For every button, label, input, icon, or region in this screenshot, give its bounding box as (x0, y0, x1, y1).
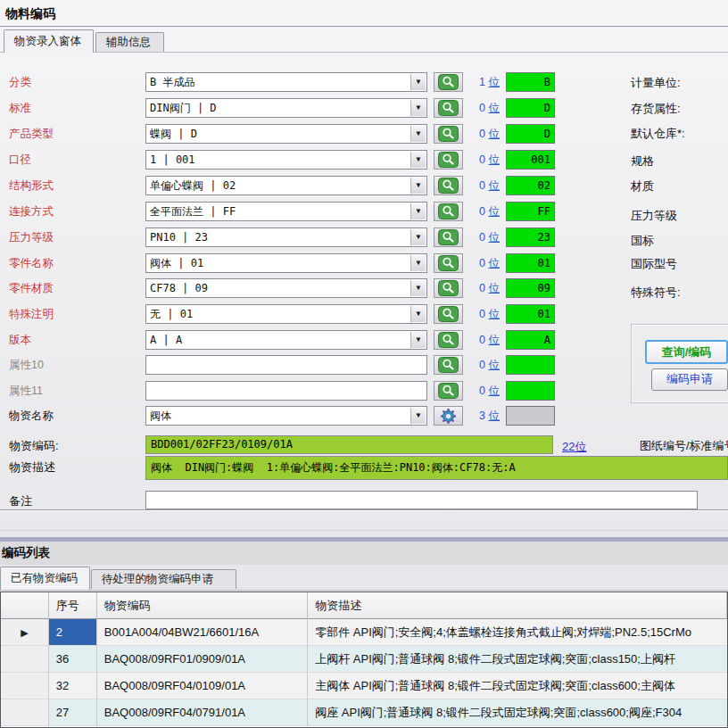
digit-count-12: 0 位 (457, 358, 500, 373)
cell-code[interactable]: BAQ008/09RF04/0791/01A (97, 699, 308, 726)
field-input-8[interactable]: 阀体 | 01▼ (145, 253, 427, 273)
cell-seq[interactable]: 36 (49, 646, 97, 673)
table-row-1[interactable]: ▶2B001A004/04BW21/6601/16A零部件 API阀门;安全阀;… (1, 619, 727, 646)
dropdown-arrow-icon[interactable]: ▼ (410, 408, 426, 424)
table-row-4[interactable]: 27BAQ008/09RF04/0791/01A阀座 API阀门;普通球阀 8;… (1, 699, 727, 726)
right-label-5: 材质 (631, 178, 654, 194)
field-input-3[interactable]: 蝶阀 | D▼ (145, 124, 427, 144)
cell-desc[interactable]: 主阀体 API阀门;普通球阀 8;锻件二段式固定球阀;突面;class600;主… (308, 673, 727, 699)
dropdown-arrow-icon[interactable]: ▼ (410, 280, 426, 296)
page-title: 物料编码 (5, 6, 55, 22)
magnifier-icon (438, 100, 459, 116)
code-list-title: 编码列表 (2, 545, 50, 561)
field-input-2[interactable]: DIN阀门 | D▼ (145, 98, 427, 118)
digit-count-number: 0 (479, 179, 488, 192)
field-label-7: 压力等级 (9, 230, 54, 245)
field-input-5[interactable]: 单偏心蝶阀 | 02▼ (145, 176, 427, 195)
query-encode-button[interactable]: 查询/编码 (645, 340, 728, 364)
right-label-1: 计量单位: (631, 75, 681, 91)
cell-seq[interactable]: 27 (49, 699, 97, 726)
digit-count-unit: 位 (489, 385, 500, 397)
digit-count-number: 1 (479, 76, 488, 88)
dropdown-arrow-icon[interactable]: ▼ (410, 100, 426, 116)
cell-code[interactable]: B001A004/04BW21/6601/16A (97, 619, 308, 646)
row-selector-cell[interactable] (1, 699, 49, 726)
dropdown-arrow-icon[interactable]: ▼ (410, 74, 426, 90)
cell-seq[interactable]: 2 (49, 619, 97, 646)
cell-code[interactable]: BAQ008/09RF04/0109/01A (97, 673, 308, 699)
tab-code-list-1[interactable]: 已有物资编码 (0, 567, 90, 590)
remark-field[interactable] (145, 491, 698, 509)
magnifier-icon (438, 229, 459, 245)
row-selector-cell[interactable]: ▶ (1, 619, 49, 646)
code-box-4: 001 (506, 150, 555, 170)
material-code-field[interactable]: BDD001/02FF23/0109/01A (145, 435, 553, 454)
row-selector-cell[interactable] (1, 673, 49, 699)
cell-desc[interactable]: 上阀杆 API阀门;普通球阀 8;锻件二段式固定球阀;突面;class150;上… (308, 646, 727, 673)
dropdown-arrow-icon[interactable]: ▼ (410, 178, 426, 194)
cell-seq[interactable]: 32 (49, 673, 97, 699)
main-tabstrip: 物资录入窗体辅助信息 (0, 29, 728, 53)
digit-count-unit: 位 (489, 179, 500, 192)
tab-code-list-2[interactable]: 待处理的物资编码申请 (91, 569, 236, 589)
digit-count-unit: 位 (489, 308, 500, 320)
dropdown-arrow-icon[interactable]: ▼ (410, 306, 426, 322)
table-row-3[interactable]: 32BAQ008/09RF04/0109/01A主阀体 API阀门;普通球阀 8… (1, 673, 727, 699)
right-label-3: 默认仓库*: (631, 126, 685, 142)
digit-count-unit: 位 (489, 257, 500, 269)
tab-entry-form-2[interactable]: 辅助信息 (95, 32, 164, 52)
cell-code[interactable]: BAQ008/09RF01/0909/01A (97, 646, 308, 673)
field-label-6: 连接方式 (9, 204, 54, 219)
code-box-9: 09 (506, 278, 555, 298)
digit-count-unit: 位 (489, 334, 500, 346)
digit-count-number: 0 (479, 359, 488, 371)
magnifier-icon (438, 332, 459, 348)
digit-count-unit: 位 (489, 102, 500, 114)
row-selector-icon: ▶ (21, 627, 28, 638)
field-input-13[interactable] (145, 381, 427, 401)
digit-count-number: 0 (479, 385, 488, 397)
code-apply-button[interactable]: 编码申请 (651, 368, 728, 391)
header-desc[interactable]: 物资描述 (308, 592, 727, 619)
field-input-4[interactable]: 1 | 001▼ (145, 150, 427, 170)
code-box-5: 02 (506, 176, 555, 195)
header-selector[interactable] (1, 592, 49, 619)
row-selector-cell[interactable] (1, 646, 49, 673)
field-input-12[interactable] (145, 355, 427, 375)
code-list-table: 序号物资编码物资描述▶2B001A004/04BW21/6601/16A零部件 … (0, 592, 728, 728)
code-box-1: B (506, 72, 555, 92)
right-label-8: 国际型号 (631, 256, 677, 272)
dropdown-arrow-icon[interactable]: ▼ (410, 152, 426, 168)
dropdown-arrow-icon[interactable]: ▼ (410, 332, 426, 348)
header-seq[interactable]: 序号 (49, 592, 97, 619)
material-desc-field[interactable]: 阀体 DIN阀门:蝶阀 1:单偏心蝶阀:全平面法兰:PN10:阀体:CF78:无… (145, 456, 728, 480)
field-label-5: 结构形式 (9, 178, 54, 194)
digit-count-7: 0 位 (457, 230, 500, 245)
field-input-7[interactable]: PN10 | 23▼ (145, 228, 427, 247)
dropdown-arrow-icon[interactable]: ▼ (410, 126, 426, 142)
code-box-8: 01 (506, 253, 555, 273)
field-input-10[interactable]: 无 | 01▼ (145, 304, 427, 324)
dropdown-arrow-icon[interactable]: ▼ (410, 203, 426, 219)
field-label-14: 物资名称 (9, 409, 54, 424)
field-input-9[interactable]: CF78 | 09▼ (145, 278, 427, 298)
drawing-number-label: 图纸编号/标准编号 (640, 438, 728, 454)
field-input-1[interactable]: B 半成品▼ (145, 72, 427, 92)
cell-desc[interactable]: 零部件 API阀门;安全阀;4;体盖螺栓连接角式截止阀;对焊端;PN2.5;15… (308, 619, 727, 646)
field-input-6[interactable]: 全平面法兰 | FF▼ (145, 202, 427, 221)
digit-count-unit: 位 (489, 231, 500, 244)
right-label-2: 存货属性: (631, 101, 681, 117)
tab-entry-form-1[interactable]: 物资录入窗体 (4, 29, 94, 53)
dropdown-arrow-icon[interactable]: ▼ (410, 255, 426, 271)
digit-count-1: 1 位 (457, 75, 500, 90)
digit-count-10: 0 位 (457, 307, 500, 322)
header-code[interactable]: 物资编码 (97, 592, 308, 619)
material-coding-window: 物料编码 物资录入窗体辅助信息 分类B 半成品▼1 位B标准DIN阀门 | D▼… (0, 0, 728, 728)
field-input-14[interactable]: 阀体▼ (145, 406, 427, 426)
dropdown-arrow-icon[interactable]: ▼ (410, 229, 426, 245)
code-box-12 (506, 355, 555, 375)
right-label-9: 特殊符号: (631, 285, 681, 301)
field-input-11[interactable]: A | A▼ (145, 330, 427, 350)
cell-desc[interactable]: 阀座 API阀门;普通球阀 8;锻件二段式固定球阀;突面;class600;阀座… (308, 699, 727, 726)
table-row-2[interactable]: 36BAQ008/09RF01/0909/01A上阀杆 API阀门;普通球阀 8… (1, 646, 727, 673)
